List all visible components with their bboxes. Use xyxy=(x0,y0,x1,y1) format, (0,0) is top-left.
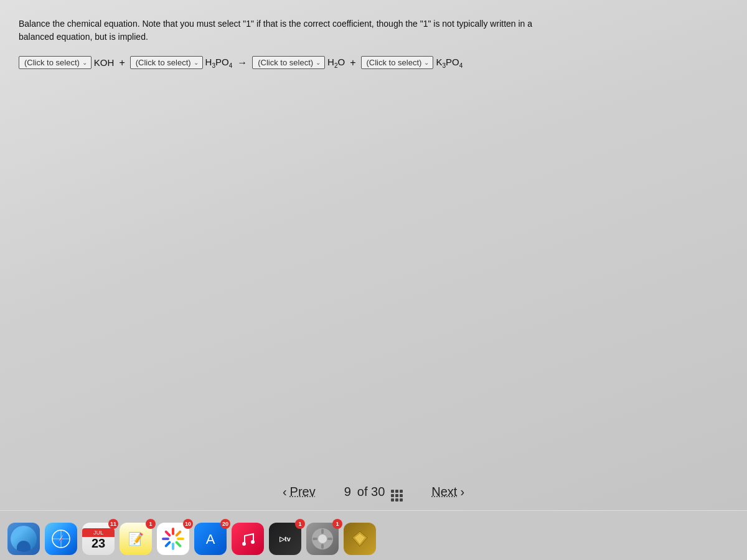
svg-rect-8 xyxy=(177,538,184,540)
chevron-down-icon-3: ⌄ xyxy=(316,59,321,66)
coefficient-select-4[interactable]: (Click to select) ⌄ xyxy=(361,56,434,69)
prev-label: Prev xyxy=(290,485,316,499)
compound-h2o: H2O xyxy=(327,57,345,69)
equation-row: (Click to select) ⌄ KOH + (Click to sele… xyxy=(19,56,728,69)
appstore-badge: 20 xyxy=(220,519,230,529)
chevron-left-icon: ‹ xyxy=(283,485,287,499)
of-total-label: of 30 xyxy=(357,485,385,499)
dock-calendar[interactable]: JUL 23 11 xyxy=(81,521,116,556)
dock-system-prefs[interactable]: 1 xyxy=(305,521,340,556)
dock-photos[interactable]: 10 xyxy=(156,521,190,556)
coefficient-select-2[interactable]: (Click to select) ⌄ xyxy=(130,56,203,69)
calendar-day: 23 xyxy=(92,537,105,549)
plus-sign-2: + xyxy=(350,57,355,68)
notes-badge: 1 xyxy=(146,519,156,529)
next-button[interactable]: Next › xyxy=(421,480,474,504)
svg-rect-19 xyxy=(321,529,324,534)
reaction-arrow: → xyxy=(237,57,247,68)
macos-dock: JUL 23 11 📝 1 xyxy=(0,510,747,560)
svg-text:A: A xyxy=(206,531,215,547)
page-indicator: 9 of 30 xyxy=(344,482,403,502)
svg-rect-22 xyxy=(327,538,332,540)
compound-h3po4: H3PO4 xyxy=(205,57,233,69)
instructions: Balance the chemical equation. Note that… xyxy=(19,17,629,44)
calendar-badge: 11 xyxy=(108,519,118,529)
svg-rect-6 xyxy=(172,528,174,535)
compound-k3po4: K3PO4 xyxy=(436,57,463,69)
svg-rect-12 xyxy=(162,538,169,540)
current-page-number: 9 xyxy=(344,485,351,499)
compound-koh: KOH xyxy=(94,57,115,68)
dock-safari[interactable] xyxy=(44,521,78,556)
grid-view-icon[interactable] xyxy=(391,482,403,502)
plus-sign-1: + xyxy=(119,57,125,68)
main-content: Balance the chemical equation. Note that… xyxy=(0,0,747,510)
svg-point-18 xyxy=(318,534,327,543)
dock-finder[interactable] xyxy=(6,521,41,556)
dock-appstore[interactable]: A 20 xyxy=(193,521,228,556)
coefficient-select-1[interactable]: (Click to select) ⌄ xyxy=(19,56,92,69)
svg-rect-21 xyxy=(312,538,317,540)
coefficient-select-3[interactable]: (Click to select) ⌄ xyxy=(252,56,325,69)
tv-badge: 1 xyxy=(295,519,305,529)
svg-rect-10 xyxy=(172,543,174,550)
photos-badge: 10 xyxy=(183,519,193,529)
instruction-line1: Balance the chemical equation. Note that… xyxy=(19,19,532,29)
svg-point-16 xyxy=(251,540,255,544)
dock-notes[interactable]: 📝 1 xyxy=(118,521,153,556)
chevron-down-icon-2: ⌄ xyxy=(194,59,199,66)
dock-music[interactable] xyxy=(230,521,265,556)
prev-button[interactable]: ‹ Prev xyxy=(273,480,326,504)
svg-rect-20 xyxy=(321,544,324,549)
dock-extra[interactable] xyxy=(342,521,377,556)
chevron-right-icon: › xyxy=(460,485,464,499)
chevron-down-icon-4: ⌄ xyxy=(424,59,429,66)
chevron-down-icon: ⌄ xyxy=(82,59,87,66)
instruction-line2: balanced equation, but is implied. xyxy=(19,32,148,42)
question-navigation: ‹ Prev 9 of 30 Next › xyxy=(0,473,747,510)
system-badge: 1 xyxy=(332,519,342,529)
dock-tv[interactable]: ▷tv 1 xyxy=(268,521,303,556)
next-label: Next xyxy=(431,485,457,499)
svg-point-15 xyxy=(242,542,246,546)
calendar-month: JUL xyxy=(82,528,115,537)
